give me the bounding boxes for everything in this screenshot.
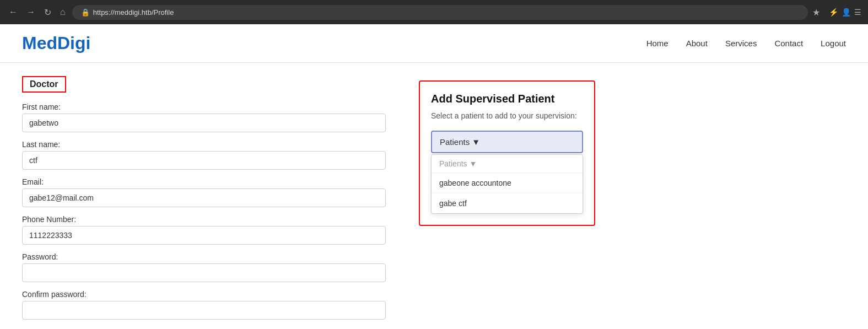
email-label: Email:	[22, 177, 386, 186]
profile-icon[interactable]: 👤	[842, 8, 851, 17]
phone-input[interactable]	[22, 226, 386, 245]
browser-toolbar: ⚡ 👤 ☰	[829, 8, 861, 17]
nav-contact[interactable]: Contact	[774, 39, 803, 48]
menu-icon[interactable]: ☰	[854, 8, 861, 17]
browser-chrome: ← → ↻ ⌂ 🔒 https://meddigi.htb/Profile ★ …	[0, 0, 868, 24]
phone-group: Phone Number:	[22, 215, 386, 245]
patient-card-desc: Select a patient to add to your supervis…	[431, 111, 583, 122]
confirm-password-label: Confirm password:	[22, 290, 386, 299]
first-name-input[interactable]	[22, 114, 386, 132]
patient-select-button[interactable]: Patients ▼	[431, 131, 583, 153]
profile-form: Doctor First name: Last name: Email: Pho…	[22, 76, 386, 329]
patient-dropdown-header: Patients ▼	[432, 155, 583, 173]
home-button[interactable]: ⌂	[58, 5, 68, 19]
back-button[interactable]: ←	[7, 5, 20, 19]
patient-card: Add Supervised Patient Select a patient …	[419, 80, 595, 226]
password-input[interactable]	[22, 263, 386, 282]
nav-services[interactable]: Services	[725, 39, 757, 48]
email-group: Email:	[22, 177, 386, 207]
patient-item-0[interactable]: gabeone accountone	[432, 173, 583, 193]
patient-dropdown: Patients ▼ gabeone accountone gabe ctf	[431, 154, 583, 214]
security-icon: 🔒	[81, 8, 90, 17]
nav-logout[interactable]: Logout	[821, 39, 846, 48]
last-name-input[interactable]	[22, 151, 386, 170]
dropdown-header-text: Patients ▼	[439, 159, 477, 168]
url-text: https://meddigi.htb/Profile	[93, 8, 174, 17]
nav-about[interactable]: About	[686, 39, 708, 48]
patient-select-wrapper: Patients ▼ Patients ▼ gabeone accountone…	[431, 131, 583, 214]
patient-select-label: Patients ▼	[440, 137, 480, 147]
last-name-label: Last name:	[22, 140, 386, 149]
phone-label: Phone Number:	[22, 215, 386, 224]
confirm-password-group: Confirm password:	[22, 290, 386, 320]
site-nav: Home About Services Contact Logout	[646, 39, 846, 48]
password-label: Password:	[22, 252, 386, 261]
role-badge: Doctor	[22, 76, 66, 93]
extensions-icon[interactable]: ⚡	[829, 8, 838, 17]
email-input[interactable]	[22, 188, 386, 207]
last-name-group: Last name:	[22, 140, 386, 170]
patient-panel: Add Supervised Patient Select a patient …	[419, 80, 595, 329]
site-logo[interactable]: MedDigi	[22, 33, 90, 53]
patient-card-title: Add Supervised Patient	[431, 93, 583, 105]
main-content: Doctor First name: Last name: Email: Pho…	[0, 63, 868, 329]
password-group: Password:	[22, 252, 386, 282]
patient-item-1[interactable]: gabe ctf	[432, 193, 583, 213]
forward-button[interactable]: →	[24, 5, 37, 19]
bookmark-icon[interactable]: ★	[812, 7, 820, 18]
first-name-label: First name:	[22, 103, 386, 111]
site-header: MedDigi Home About Services Contact Logo…	[0, 24, 868, 63]
url-bar[interactable]: 🔒 https://meddigi.htb/Profile	[72, 5, 808, 20]
reload-button[interactable]: ↻	[42, 5, 53, 20]
confirm-password-input[interactable]	[22, 301, 386, 320]
first-name-group: First name:	[22, 103, 386, 132]
nav-home[interactable]: Home	[646, 39, 668, 48]
